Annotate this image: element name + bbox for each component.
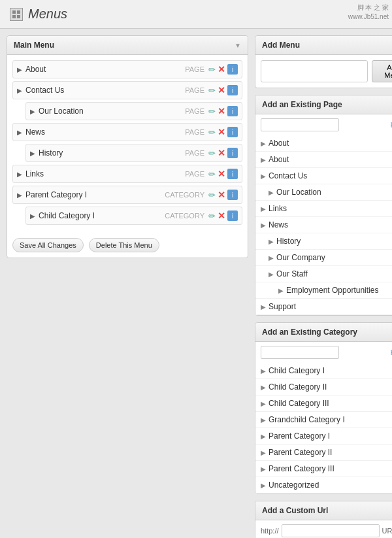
- arrow-icon: ▶: [269, 238, 274, 245]
- edit-icon[interactable]: ✏: [208, 127, 216, 137]
- delete-icon[interactable]: ✕: [218, 210, 225, 221]
- list-item: ▶ Contact Us ✚: [255, 168, 392, 184]
- panel-footer: Save All Changes Delete This Menu: [7, 233, 248, 258]
- delete-icon[interactable]: ✕: [218, 127, 225, 137]
- arrow-icon: ▶: [261, 367, 266, 375]
- info-button[interactable]: i: [227, 210, 238, 221]
- delete-icon[interactable]: ✕: [218, 169, 225, 179]
- add-menu-body: Add Menu: [255, 55, 392, 88]
- add-existing-category-panel: Add an Existing Category ▼ Hide All ▶ Ch…: [255, 322, 392, 494]
- delete-icon[interactable]: ✕: [218, 64, 225, 75]
- delete-icon[interactable]: ✕: [218, 106, 225, 116]
- arrow-icon: ▶: [261, 303, 266, 311]
- arrow-icon: ▶: [261, 140, 266, 147]
- arrow-icon: ▶: [261, 449, 266, 456]
- add-existing-page-panel: Add an Existing Page ▼ Hide All ▶ About …: [255, 95, 392, 316]
- svg-rect-3: [17, 15, 20, 18]
- list-item: ▶ About ✚: [255, 135, 392, 152]
- add-menu-button[interactable]: Add Menu: [372, 60, 392, 82]
- menu-item: ▶ News PAGE ✏ ✕ i: [12, 123, 242, 141]
- list-item: ▶ Links ✚: [255, 201, 392, 217]
- list-item: ▶ Child Category I ✚: [255, 363, 392, 379]
- list-item: ▶ Uncategorized ✚: [255, 477, 392, 494]
- list-item: ▶ Our Location ✚: [255, 184, 392, 201]
- arrow-icon: ▶: [269, 189, 274, 196]
- arrow-icon: ▶: [269, 254, 274, 261]
- edit-icon[interactable]: ✏: [208, 169, 216, 179]
- edit-icon[interactable]: ✏: [208, 107, 216, 116]
- item-actions: ✏ ✕ i: [208, 85, 238, 95]
- item-arrow-icon: ▶: [30, 212, 35, 220]
- menu-item: ▶ Parent Category I CATEGORY ✏ ✕ i: [12, 186, 242, 204]
- list-item: ▶ Parent Category II ✚: [255, 445, 392, 461]
- arrow-icon: ▶: [261, 465, 266, 473]
- main-menu-panel: Main Menu ▼ ▶ About PAGE ✏ ✕ i: [7, 35, 248, 258]
- item-arrow-icon: ▶: [17, 192, 22, 199]
- menu-item: ▶ History PAGE ✏ ✕ i: [25, 144, 242, 162]
- delete-icon[interactable]: ✕: [218, 85, 225, 95]
- info-button[interactable]: i: [227, 127, 238, 137]
- arrow-icon: ▶: [261, 384, 266, 391]
- add-menu-panel: Add Menu ▼ Add Menu: [255, 35, 392, 88]
- page-header: Menus: [0, 0, 392, 29]
- list-item: ▶ Child Category III ✚: [255, 395, 392, 412]
- list-item: ▶ About ✚: [255, 152, 392, 168]
- edit-icon[interactable]: ✏: [208, 211, 216, 221]
- edit-icon[interactable]: ✏: [208, 190, 216, 200]
- menu-item: ▶ About PAGE ✏ ✕ i: [12, 60, 242, 78]
- item-arrow-icon: ▶: [17, 66, 22, 73]
- list-item: ▶ Our Company ✚: [255, 250, 392, 266]
- menu-item: ▶ Contact Us PAGE ✏ ✕ i: [12, 81, 242, 99]
- main-menu-body: ▶ About PAGE ✏ ✕ i ▶ Contact Us PAGE: [7, 55, 248, 233]
- item-arrow-icon: ▶: [30, 150, 35, 157]
- delete-menu-button[interactable]: Delete This Menu: [89, 238, 159, 252]
- arrow-icon: ▶: [261, 482, 266, 489]
- item-arrow-icon: ▶: [17, 129, 22, 136]
- save-button[interactable]: Save All Changes: [12, 238, 84, 252]
- info-button[interactable]: i: [227, 64, 238, 75]
- arrow-icon: ▶: [261, 222, 266, 229]
- info-button[interactable]: i: [227, 106, 238, 116]
- svg-rect-2: [12, 15, 16, 18]
- add-existing-category-header: Add an Existing Category ▼: [255, 323, 392, 342]
- list-item: ▶ Parent Category I ✚: [255, 428, 392, 445]
- info-button[interactable]: i: [227, 190, 238, 200]
- add-menu-input[interactable]: [261, 60, 368, 82]
- edit-icon[interactable]: ✏: [208, 148, 216, 158]
- info-button[interactable]: i: [227, 169, 238, 179]
- page-search-input[interactable]: [261, 118, 339, 131]
- item-arrow-icon: ▶: [17, 171, 22, 178]
- menu-item: ▶ Links PAGE ✏ ✕ i: [12, 165, 242, 183]
- info-button[interactable]: i: [227, 148, 238, 158]
- svg-rect-0: [12, 10, 16, 14]
- collapse-arrow-icon[interactable]: ▼: [235, 42, 241, 49]
- item-actions: ✏ ✕ i: [208, 148, 238, 158]
- item-actions: ✏ ✕ i: [208, 190, 238, 200]
- item-actions: ✏ ✕ i: [208, 127, 238, 137]
- right-column: Add Menu ▼ Add Menu Add an Existing Page…: [255, 35, 392, 538]
- info-button[interactable]: i: [227, 85, 238, 95]
- list-item: ▶ Parent Category III ✚: [255, 461, 392, 477]
- item-actions: ✏ ✕ i: [208, 64, 238, 75]
- list-item: ▶ News ✚: [255, 217, 392, 233]
- url-input[interactable]: [282, 524, 380, 537]
- delete-icon[interactable]: ✕: [218, 190, 225, 200]
- item-arrow-icon: ▶: [30, 108, 35, 115]
- left-column: Main Menu ▼ ▶ About PAGE ✏ ✕ i: [7, 35, 248, 538]
- add-menu-header: Add Menu ▼: [255, 36, 392, 55]
- edit-icon[interactable]: ✏: [208, 86, 216, 95]
- arrow-icon: ▶: [269, 271, 274, 278]
- add-custom-url-header: Add a Custom Url ▼: [255, 501, 392, 520]
- custom-url-body: http:// URL Menu Text: [255, 520, 392, 538]
- add-existing-page-header: Add an Existing Page ▼: [255, 95, 392, 114]
- category-search-input[interactable]: [261, 346, 339, 359]
- list-item: ▶ History ✚: [255, 233, 392, 250]
- arrow-icon: ▶: [261, 173, 266, 180]
- main-menu-header: Main Menu ▼: [7, 36, 248, 55]
- arrow-icon: ▶: [261, 156, 266, 163]
- item-actions: ✏ ✕ i: [208, 106, 238, 116]
- arrow-icon: ▶: [261, 416, 266, 424]
- list-item: ▶ Grandchild Category I ✚: [255, 412, 392, 428]
- delete-icon[interactable]: ✕: [218, 148, 225, 158]
- edit-icon[interactable]: ✏: [208, 65, 216, 75]
